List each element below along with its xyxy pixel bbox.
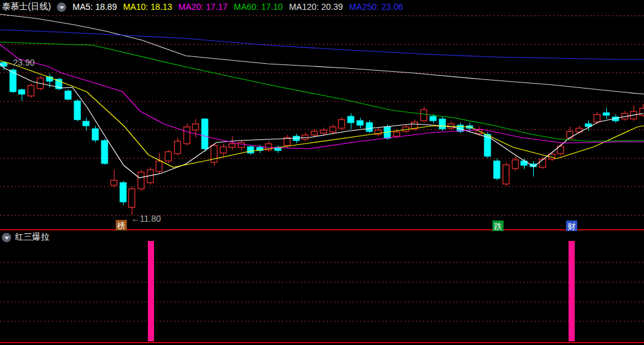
candle-down [530,161,536,177]
ma-lines [0,14,644,178]
ma5-readout: MA5: 18.89 [72,2,117,12]
candle-down [603,108,609,119]
candle-down [101,139,108,165]
ma60-readout: MA60: 17.10 [234,2,283,12]
candle-up [302,133,308,141]
candle-down [247,145,254,155]
candle-up [28,84,34,98]
candle-up [448,121,454,130]
candle-down [120,181,126,205]
candle-up [174,138,181,155]
candle-down [92,126,98,142]
indicator-collapse-icon[interactable] [2,233,11,242]
indicator-name: 红三爆拉 [15,232,49,243]
ma10-line [0,61,644,167]
event-tag[interactable]: 财 [566,221,577,231]
candle-up [138,170,144,191]
stock-chart-app: ←23.90←11.80榜跌财 泰慕士(日线) MA5: 18.89 MA10:… [0,0,644,345]
candle-up [220,144,226,156]
candle-down [19,89,25,101]
stock-title: 泰慕士(日线) [2,1,51,12]
candles [1,62,644,215]
chevron-down-icon [4,237,9,240]
candle-down [357,118,363,128]
candle-down [366,120,372,133]
candle-up [411,120,418,131]
svg-text:榜: 榜 [117,221,126,230]
ma10-readout: MA10: 18.13 [123,2,172,12]
ma20-readout: MA20: 17.17 [178,2,227,12]
indicator-header: 红三爆拉 [2,232,49,243]
main-chart-header: 泰慕士(日线) MA5: 18.89 MA10: 18.13 MA20: 17.… [0,0,644,14]
candle-up [539,157,546,169]
candle-down [74,99,80,121]
price-label: ←11.80 [131,214,161,224]
signal-bar [148,241,154,341]
candle-up [630,105,637,121]
candle-up [265,141,272,152]
ma60-line [0,42,644,141]
candle-down [348,113,354,129]
candle-up [640,104,644,117]
ma120-readout: MA120: 20.39 [289,2,343,12]
candle-up [375,128,381,136]
event-tag[interactable]: 跌 [492,221,504,231]
candle-up [403,124,409,133]
candle-up [184,123,190,146]
price-annotations: ←23.90←11.80 [4,58,161,224]
signal-bars [148,241,575,341]
candle-down [202,118,208,152]
candle-down [275,146,281,153]
candle-up [111,170,117,188]
grid-lines [0,16,644,321]
candle-up [192,119,199,138]
ma5-line [0,64,643,178]
candle-up [338,117,345,130]
svg-text:财: 财 [568,222,576,231]
chevron-down-icon [59,6,64,9]
ma120-line [0,14,644,94]
candlestick-chart[interactable]: ←23.90←11.80榜跌财 [0,0,644,345]
price-label: ←23.90 [4,58,35,68]
candle-down [494,159,500,180]
candle-up [156,153,162,173]
candle-up [622,111,628,121]
candle-down [83,118,89,131]
candle-down [65,89,71,100]
signal-bar [569,241,575,341]
candle-down [10,68,16,93]
candle-down [585,120,591,131]
candle-up [129,186,135,215]
candle-up [211,144,217,166]
ma250-readout: MA250: 23.06 [349,2,403,12]
candle-down [457,123,463,133]
candle-up [238,140,244,150]
candle-up [503,162,509,186]
svg-text:跌: 跌 [494,222,502,231]
candle-up [165,150,171,163]
collapse-panel-icon[interactable] [57,2,66,12]
event-tag[interactable]: 榜 [116,220,127,230]
candle-down [439,116,445,131]
